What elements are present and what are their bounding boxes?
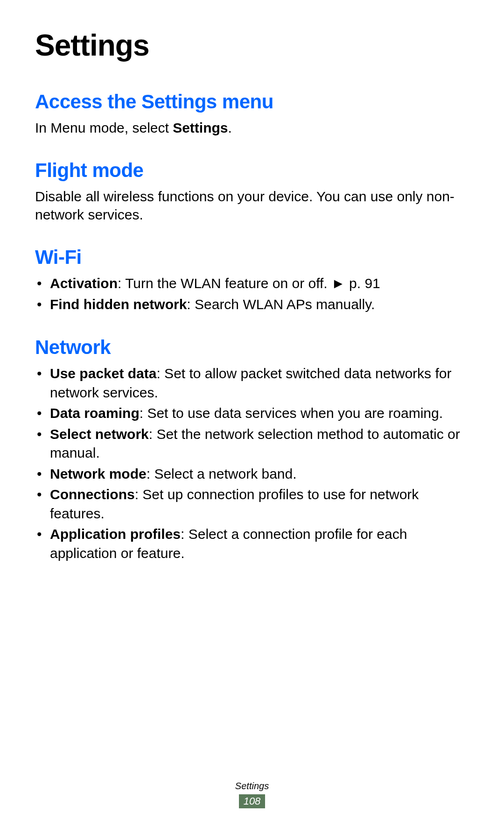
footer: Settings 108 bbox=[0, 781, 504, 808]
item-bold: Data roaming bbox=[50, 405, 140, 421]
item-text: : Select a network band. bbox=[147, 466, 297, 481]
body-access: In Menu mode, select Settings. bbox=[35, 119, 469, 137]
item-bold: Application profiles bbox=[50, 526, 181, 542]
list-item: Data roaming: Set to use data services w… bbox=[35, 404, 469, 423]
page-title: Settings bbox=[35, 28, 469, 63]
wifi-list: Activation: Turn the WLAN feature on or … bbox=[35, 274, 469, 314]
item-bold: Activation bbox=[50, 276, 118, 291]
list-item: Find hidden network: Search WLAN APs man… bbox=[35, 295, 469, 314]
footer-label: Settings bbox=[0, 781, 504, 792]
item-bold: Network mode bbox=[50, 466, 147, 481]
item-bold: Connections bbox=[50, 487, 135, 502]
list-item: Select network: Set the network selectio… bbox=[35, 425, 469, 463]
item-bold: Select network bbox=[50, 426, 149, 442]
body-access-prefix: In Menu mode, select bbox=[35, 120, 173, 135]
item-text: : Set to use data services when you are … bbox=[140, 405, 443, 421]
section-flight-mode: Flight mode Disable all wireless functio… bbox=[35, 159, 469, 224]
page-number: 108 bbox=[239, 794, 266, 808]
list-item: Connections: Set up connection profiles … bbox=[35, 485, 469, 523]
list-item: Network mode: Select a network band. bbox=[35, 465, 469, 484]
heading-wifi: Wi-Fi bbox=[35, 246, 469, 269]
network-list: Use packet data: Set to allow packet swi… bbox=[35, 364, 469, 563]
heading-network: Network bbox=[35, 336, 469, 359]
list-item: Application profiles: Select a connectio… bbox=[35, 525, 469, 563]
item-bold: Use packet data bbox=[50, 366, 156, 381]
section-wifi: Wi-Fi Activation: Turn the WLAN feature … bbox=[35, 246, 469, 314]
item-text: : Turn the WLAN feature on or off. bbox=[118, 276, 331, 291]
body-access-bold: Settings bbox=[173, 120, 228, 135]
section-access: Access the Settings menu In Menu mode, s… bbox=[35, 91, 469, 137]
item-ref: ► p. 91 bbox=[331, 276, 380, 291]
body-flight-mode: Disable all wireless functions on your d… bbox=[35, 187, 469, 224]
section-network: Network Use packet data: Set to allow pa… bbox=[35, 336, 469, 563]
heading-access: Access the Settings menu bbox=[35, 91, 469, 113]
heading-flight-mode: Flight mode bbox=[35, 159, 469, 182]
list-item: Activation: Turn the WLAN feature on or … bbox=[35, 274, 469, 293]
item-text: : Search WLAN APs manually. bbox=[187, 297, 375, 312]
item-bold: Find hidden network bbox=[50, 297, 187, 312]
list-item: Use packet data: Set to allow packet swi… bbox=[35, 364, 469, 402]
body-access-suffix: . bbox=[228, 120, 232, 135]
